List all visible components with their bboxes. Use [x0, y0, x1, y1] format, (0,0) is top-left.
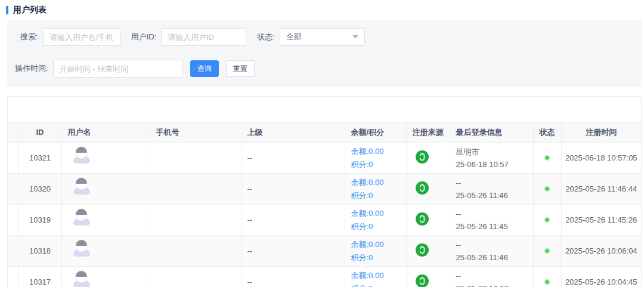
page-header: 用户列表	[0, 0, 644, 19]
column-header-register-time: 注册时间	[561, 122, 641, 143]
table-body: 10321 -- 余额:0.00 积分:0 昆明市 25-06-18 10:57…	[8, 143, 641, 287]
wechat-miniprogram-icon	[416, 212, 429, 226]
table-row: 10318 -- 余额:0.00 积分:0 -- 25-05-26 11:46 …	[8, 236, 641, 267]
wechat-miniprogram-icon	[416, 274, 429, 287]
status-cell	[533, 267, 561, 287]
username-cell	[61, 174, 150, 205]
status-label: 状态:	[257, 32, 275, 42]
column-header-balance-points: 余额/积分	[345, 122, 406, 143]
avatar-head-icon	[76, 240, 87, 251]
search-filter-group: 搜索:	[20, 28, 120, 46]
username-cell	[61, 143, 150, 174]
register-time-cell: 2025-05-26 10:04:45	[561, 267, 641, 287]
last-login-cell: 昆明市 25-06-18 10:57	[450, 143, 533, 174]
table-toolbar	[8, 97, 641, 122]
user-avatar	[70, 178, 93, 200]
selection-cell	[8, 236, 18, 267]
selection-cell	[8, 143, 18, 174]
op-time-range-input[interactable]	[53, 60, 182, 78]
phone-cell	[150, 267, 241, 287]
status-cell	[533, 174, 561, 205]
status-active-dot-icon	[544, 217, 550, 223]
parent-cell: --	[241, 143, 345, 174]
reset-button[interactable]: 重置	[226, 60, 255, 77]
balance-points-cell: 余额:0.00 积分:0	[345, 236, 406, 267]
status-active-dot-icon	[544, 248, 550, 254]
status-active-dot-icon	[544, 155, 550, 161]
id-cell: 10319	[18, 205, 61, 236]
balance-text: 余额:0.00	[351, 145, 400, 158]
user-avatar	[70, 209, 93, 232]
filter-panel: 搜索: 用户ID: 状态: 全部 操作时间: 查询 重置	[7, 20, 642, 87]
balance-points-cell: 余额:0.00 积分:0	[345, 205, 406, 236]
avatar-head-icon	[76, 209, 87, 220]
balance-points-cell: 余额:0.00 积分:0	[345, 143, 406, 174]
parent-cell: --	[241, 236, 345, 267]
table-row: 10317 -- 余额:0.00 积分:0 -- 25-05-26 10:06 …	[8, 267, 641, 287]
register-source-cell	[406, 205, 450, 236]
wechat-miniprogram-icon	[416, 243, 429, 257]
register-time-cell: 2025-05-26 11:46:44	[561, 174, 641, 205]
search-input[interactable]	[43, 28, 120, 46]
search-label: 搜索:	[20, 32, 38, 42]
id-cell: 10318	[18, 236, 61, 267]
last-login-time: 25-05-26 10:06	[456, 282, 527, 287]
query-button[interactable]: 查询	[190, 60, 219, 77]
last-login-cell: -- 25-05-26 11:46	[450, 236, 533, 267]
status-filter-group: 状态: 全部	[257, 28, 365, 46]
balance-points-cell: 余额:0.00 积分:0	[345, 267, 406, 287]
points-text: 积分:0	[351, 158, 400, 171]
title-accent-bar	[6, 6, 8, 14]
last-login-location: --	[456, 270, 527, 282]
column-header-last-login: 最后登录信息	[450, 122, 533, 143]
register-time-cell: 2025-05-26 10:06:04	[561, 236, 641, 267]
last-login-time: 25-05-26 11:46	[456, 189, 527, 202]
avatar-head-icon	[76, 147, 87, 158]
status-cell	[533, 236, 561, 267]
selection-cell	[8, 267, 18, 287]
user-table-card: ID 用户名 手机号 上级 余额/积分 注册来源 最后登录信息 状态 注册时间 …	[7, 96, 642, 287]
phone-cell	[150, 143, 241, 174]
last-login-location: --	[456, 208, 527, 220]
register-time-cell: 2025-06-18 10:57:05	[561, 143, 641, 174]
parent-cell: --	[241, 267, 345, 287]
page-title: 用户列表	[13, 5, 47, 16]
register-time-cell: 2025-05-26 11:45:26	[561, 205, 641, 236]
column-header-username: 用户名	[61, 122, 150, 143]
column-header-parent: 上级	[241, 122, 345, 143]
table-row: 10319 -- 余额:0.00 积分:0 -- 25-05-26 11:45 …	[8, 205, 641, 236]
last-login-time: 25-05-26 11:45	[456, 220, 527, 233]
balance-text: 余额:0.00	[351, 176, 400, 189]
table-row: 10320 -- 余额:0.00 积分:0 -- 25-05-26 11:46 …	[8, 174, 641, 205]
balance-text: 余额:0.00	[351, 207, 400, 220]
register-source-cell	[406, 236, 450, 267]
points-text: 积分:0	[351, 189, 400, 202]
last-login-cell: -- 25-05-26 11:46	[450, 174, 533, 205]
phone-cell	[150, 174, 241, 205]
last-login-cell: -- 25-05-26 11:45	[450, 205, 533, 236]
status-cell	[533, 143, 561, 174]
avatar-head-icon	[76, 178, 87, 189]
balance-points-cell: 余额:0.00 积分:0	[345, 174, 406, 205]
balance-text: 余额:0.00	[351, 269, 400, 282]
last-login-time: 25-06-18 10:57	[456, 158, 527, 171]
register-source-cell	[406, 174, 450, 205]
status-select[interactable]: 全部	[280, 28, 365, 46]
op-time-label: 操作时间:	[15, 63, 48, 74]
user-id-input[interactable]	[161, 28, 246, 46]
last-login-location: 昆明市	[456, 146, 527, 158]
last-login-location: --	[456, 239, 527, 251]
id-cell: 10320	[18, 174, 61, 205]
user-avatar	[70, 271, 93, 287]
user-avatar	[70, 147, 93, 169]
filter-row-2: 操作时间: 查询 重置	[15, 60, 632, 78]
table-row: 10321 -- 余额:0.00 积分:0 昆明市 25-06-18 10:57…	[8, 143, 641, 174]
user-id-label: 用户ID:	[131, 32, 157, 42]
column-header-id: ID	[18, 122, 61, 143]
points-text: 积分:0	[351, 220, 400, 233]
points-text: 积分:0	[351, 282, 400, 287]
avatar-head-icon	[76, 271, 87, 282]
user-avatar	[70, 240, 93, 263]
status-cell	[533, 205, 561, 236]
selection-cell	[8, 174, 18, 205]
